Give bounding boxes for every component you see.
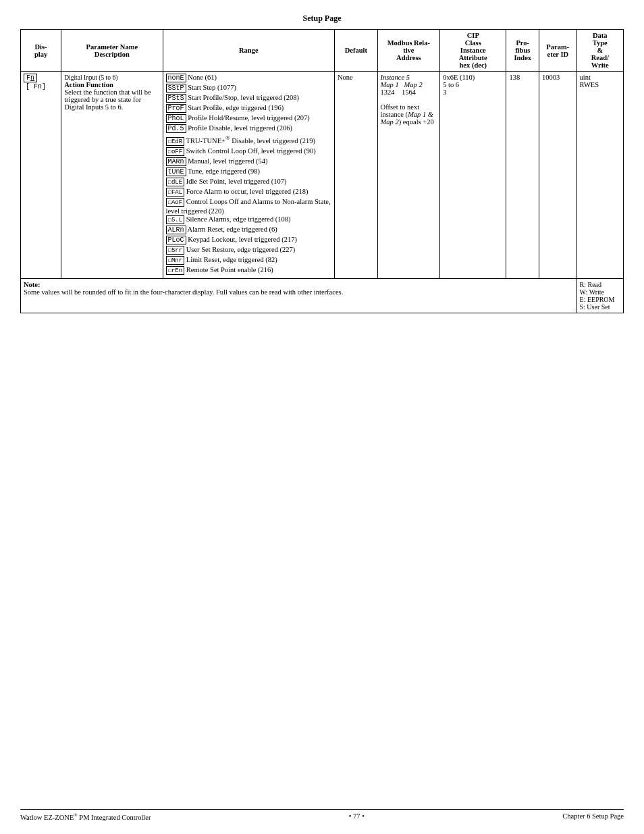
footer-right: Chapter 6 Setup Page [562,812,624,821]
note-cell: Note: Some values will be rounded off to… [21,278,577,313]
header-param: Parameter NameDescription [61,30,163,72]
page-container: Setup Page Dis-play Parameter NameDescri… [0,0,644,834]
header-modbus: Modbus Rela-tiveAddress [377,30,440,72]
cell-default: None [334,72,377,279]
cell-paramid: 10003 [539,72,577,279]
page-title: Setup Page [20,14,624,24]
header-range: Range [163,30,334,72]
header-display: Dis-play [21,30,61,72]
cell-cip: 0x6E (110) 5 to 6 3 [440,72,506,279]
main-table: Dis-play Parameter NameDescription Range… [20,29,624,313]
cell-datatype: uintRWES [576,72,623,279]
cell-profibus: 138 [506,72,539,279]
cell-range: nonE None (61) SStP Start Step (1077) PS… [163,72,334,279]
note-row: Note: Some values will be rounded off to… [21,278,624,313]
footer-center: • 77 • [151,812,562,821]
header-cip: CIPClassInstanceAttributehex (dec) [440,30,506,72]
header-default: Default [334,30,377,72]
cell-modbus: Instance 5 Map 1 Map 2 1324 1564 Offset … [377,72,440,279]
legend-cell: R: Read W: Write E: EEPROM S: User Set [576,278,623,313]
header-profibus: Pro-fibusIndex [506,30,539,72]
table-row: Fn [ Fn] Digital Input (5 to 6) Action F… [21,72,624,279]
header-datatype: DataType&Read/Write [576,30,623,72]
footer-left: Watlow EZ-ZONE® PM Integrated Controller [20,812,151,821]
table-header-row: Dis-play Parameter NameDescription Range… [21,30,624,72]
header-paramid: Param-eter ID [539,30,577,72]
cell-display: Fn [ Fn] [21,72,61,279]
footer-bar: Watlow EZ-ZONE® PM Integrated Controller… [20,809,624,821]
cell-param: Digital Input (5 to 6) Action Function S… [61,72,163,279]
